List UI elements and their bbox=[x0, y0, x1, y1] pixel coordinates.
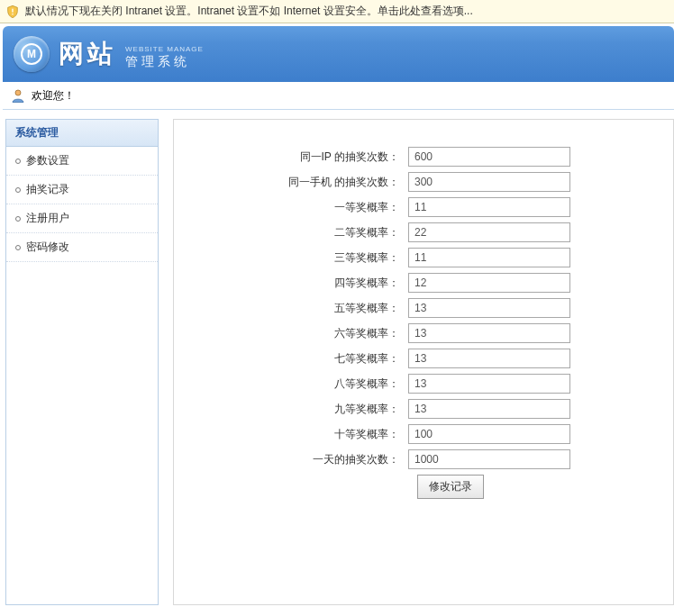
sidebar-item-label: 参数设置 bbox=[26, 153, 69, 168]
bullet-icon bbox=[15, 187, 21, 193]
sidebar-item-label: 注册用户 bbox=[26, 211, 69, 226]
sidebar-item-lottery-records[interactable]: 抽奖记录 bbox=[6, 176, 158, 204]
bullet-icon bbox=[15, 159, 21, 164]
logo-icon: M bbox=[21, 43, 42, 65]
form-row: 七等奖概率： bbox=[192, 349, 655, 368]
bullet-icon bbox=[15, 245, 21, 250]
form-input-9[interactable] bbox=[408, 374, 570, 394]
form-row: 一天的抽奖次数： bbox=[192, 449, 655, 469]
form-row: 六等奖概率： bbox=[192, 323, 655, 343]
form-input-5[interactable] bbox=[408, 273, 570, 293]
info-bar-text: 默认情况下现在关闭 Intranet 设置。Intranet 设置不如 Inte… bbox=[25, 4, 473, 19]
sidebar-header: 系统管理 bbox=[6, 120, 158, 147]
form-row: 同一IP 的抽奖次数： bbox=[192, 147, 655, 167]
shield-icon bbox=[5, 5, 20, 19]
form-row: 二等奖概率： bbox=[192, 222, 655, 242]
brand-title: 网站 bbox=[59, 37, 116, 71]
form-row: 三等奖概率： bbox=[192, 248, 655, 267]
form-label: 一等奖概率： bbox=[192, 200, 408, 215]
bullet-icon bbox=[15, 216, 21, 222]
form-label: 八等奖概率： bbox=[192, 376, 408, 392]
form-row: 同一手机 的抽奖次数： bbox=[192, 172, 655, 192]
form-label: 二等奖概率： bbox=[192, 225, 408, 240]
header: M 网站 WEBSITE MANAGE 管理系统 bbox=[3, 26, 674, 82]
form-input-12[interactable] bbox=[408, 449, 570, 469]
form-row: 十等奖概率： bbox=[192, 424, 655, 444]
form-row: 九等奖概率： bbox=[192, 399, 655, 419]
svg-point-2 bbox=[15, 90, 21, 95]
form-input-7[interactable] bbox=[408, 323, 570, 343]
form-label: 十等奖概率： bbox=[192, 427, 408, 442]
form-row: 五等奖概率： bbox=[192, 298, 655, 318]
brand-subtitle-cn: 管理系统 bbox=[125, 55, 204, 68]
form-input-11[interactable] bbox=[408, 424, 570, 444]
form-row: 四等奖概率： bbox=[192, 273, 655, 293]
sidebar-item-password[interactable]: 密码修改 bbox=[6, 233, 158, 262]
form-input-0[interactable] bbox=[408, 147, 570, 167]
form-row: 一等奖概率： bbox=[192, 197, 655, 217]
submit-button[interactable]: 修改记录 bbox=[417, 475, 484, 499]
form-input-2[interactable] bbox=[408, 197, 570, 217]
form-input-10[interactable] bbox=[408, 399, 570, 419]
sidebar-item-label: 密码修改 bbox=[26, 240, 69, 255]
svg-rect-1 bbox=[12, 14, 13, 14]
form-label: 同一手机 的抽奖次数： bbox=[192, 175, 408, 190]
form-label: 一天的抽奖次数： bbox=[192, 452, 408, 467]
form-label: 同一IP 的抽奖次数： bbox=[192, 149, 408, 165]
form-label: 七等奖概率： bbox=[192, 351, 408, 367]
form-row: 八等奖概率： bbox=[192, 374, 655, 394]
form-input-8[interactable] bbox=[408, 349, 570, 368]
sidebar-item-params[interactable]: 参数设置 bbox=[6, 147, 158, 176]
logo-badge: M bbox=[14, 36, 50, 72]
svg-rect-0 bbox=[12, 8, 13, 12]
form-label: 三等奖概率： bbox=[192, 250, 408, 266]
brand-subtitle-en: WEBSITE MANAGE bbox=[125, 46, 204, 53]
welcome-bar: 欢迎您！ bbox=[3, 82, 674, 110]
sidebar-item-users[interactable]: 注册用户 bbox=[6, 204, 158, 233]
brand-subtitle: WEBSITE MANAGE 管理系统 bbox=[125, 46, 204, 68]
sidebar: 系统管理 参数设置 抽奖记录 注册用户 密码修改 bbox=[5, 119, 159, 605]
info-bar[interactable]: 默认情况下现在关闭 Intranet 设置。Intranet 设置不如 Inte… bbox=[0, 0, 674, 23]
form-input-3[interactable] bbox=[408, 222, 570, 242]
user-icon bbox=[10, 87, 26, 104]
form-label: 四等奖概率： bbox=[192, 276, 408, 291]
form-label: 六等奖概率： bbox=[192, 326, 408, 341]
form-input-6[interactable] bbox=[408, 298, 570, 318]
sidebar-item-label: 抽奖记录 bbox=[26, 182, 69, 197]
form-input-1[interactable] bbox=[408, 172, 570, 192]
welcome-text: 欢迎您！ bbox=[32, 88, 75, 104]
form-label: 五等奖概率： bbox=[192, 301, 408, 316]
form-input-4[interactable] bbox=[408, 248, 570, 267]
form-label: 九等奖概率： bbox=[192, 402, 408, 417]
main-panel: 同一IP 的抽奖次数：同一手机 的抽奖次数：一等奖概率：二等奖概率：三等奖概率：… bbox=[173, 119, 674, 605]
